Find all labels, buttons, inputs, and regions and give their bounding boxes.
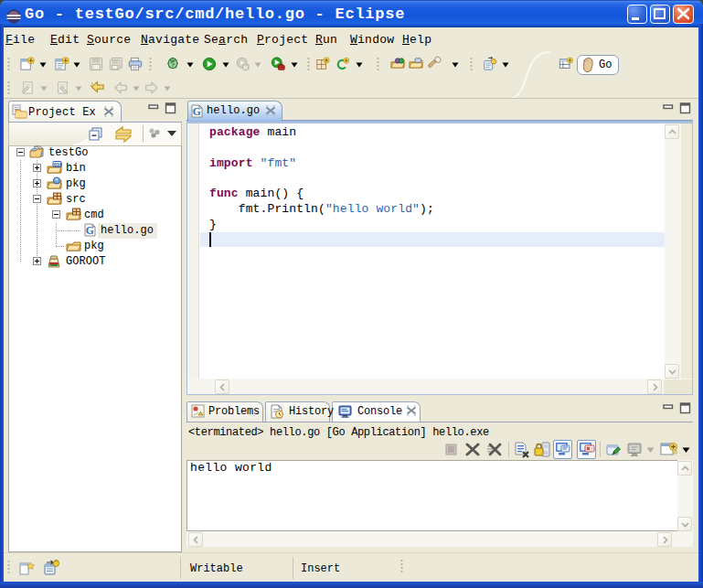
svg-text:010: 010 (54, 162, 62, 167)
svg-text:G: G (193, 106, 201, 117)
svg-text:G: G (86, 225, 94, 236)
svg-text:!: ! (591, 447, 593, 453)
